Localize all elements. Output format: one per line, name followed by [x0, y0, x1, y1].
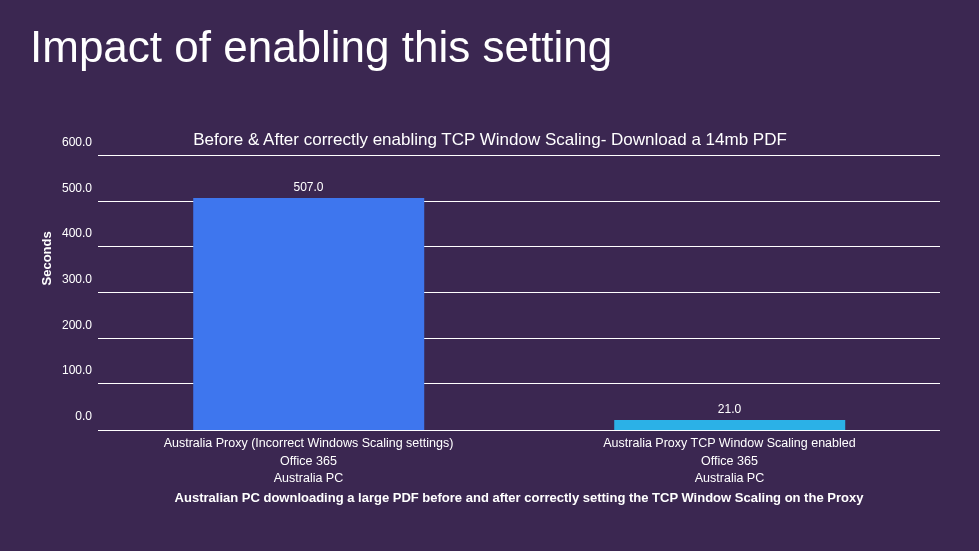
- y-tick: 400.0: [50, 226, 92, 240]
- y-tick: 100.0: [50, 363, 92, 377]
- x-cat-line3: Australia PC: [98, 470, 519, 488]
- chart-title: Before & After correctly enabling TCP Wi…: [40, 130, 940, 150]
- y-tick: 300.0: [50, 272, 92, 286]
- x-cat-line1: Australia Proxy TCP Window Scaling enabl…: [603, 436, 855, 450]
- chart-caption: Australian PC downloading a large PDF be…: [98, 490, 940, 505]
- chart-plot-area: Seconds 600.0 500.0 400.0 300.0 200.0 10…: [98, 156, 940, 431]
- x-axis: Australia Proxy (Incorrect Windows Scali…: [98, 431, 940, 488]
- chart-container: Before & After correctly enabling TCP Wi…: [40, 130, 940, 505]
- y-tick: 200.0: [50, 318, 92, 332]
- bar-value-label: 507.0: [193, 180, 425, 194]
- x-cat-line2: Office 365: [519, 453, 940, 471]
- bar-before: 507.0: [193, 198, 425, 430]
- x-cat-line1: Australia Proxy (Incorrect Windows Scali…: [164, 436, 454, 450]
- x-cat-line2: Office 365: [98, 453, 519, 471]
- x-category: Australia Proxy TCP Window Scaling enabl…: [519, 431, 940, 488]
- slide-title: Impact of enabling this setting: [0, 0, 979, 72]
- y-tick: 600.0: [50, 135, 92, 149]
- bar-slot: 507.0: [98, 156, 519, 430]
- bar-value-label: 21.0: [614, 402, 846, 416]
- y-tick: 500.0: [50, 181, 92, 195]
- x-category: Australia Proxy (Incorrect Windows Scali…: [98, 431, 519, 488]
- y-tick: 0.0: [50, 409, 92, 423]
- bar-slot: 21.0: [519, 156, 940, 430]
- bar-after: 21.0: [614, 420, 846, 430]
- x-cat-line3: Australia PC: [519, 470, 940, 488]
